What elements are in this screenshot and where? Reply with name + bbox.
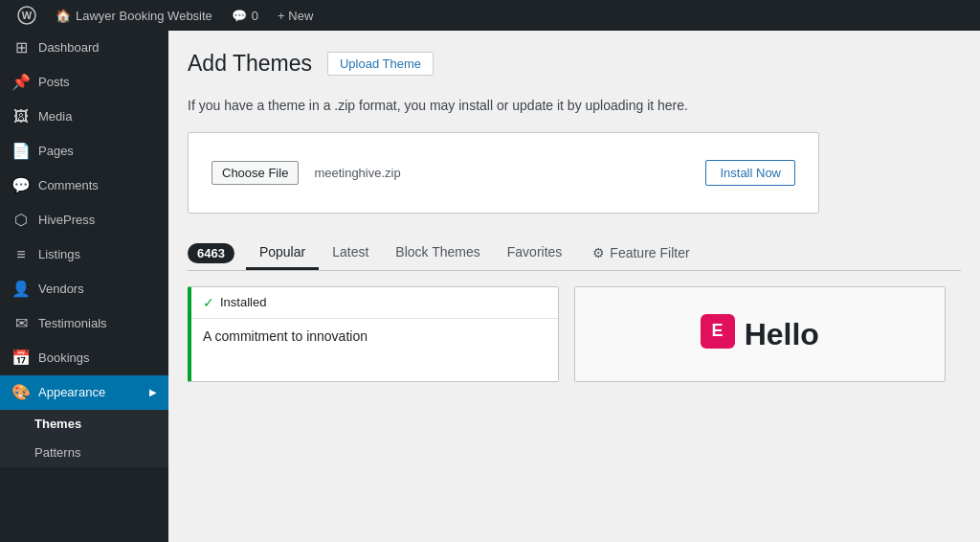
new-link[interactable]: + New: [268, 0, 323, 31]
tab-favorites[interactable]: Favorites: [494, 237, 576, 270]
page-title: Add Themes: [188, 50, 312, 79]
bookings-icon: 📅: [11, 349, 31, 368]
sidebar-item-dashboard[interactable]: ⊞ Dashboard: [0, 31, 168, 65]
sidebar-item-vendors[interactable]: 👤 Vendors: [0, 272, 168, 306]
theme-card-hello[interactable]: E Hello: [574, 286, 946, 382]
tab-feature-filter[interactable]: ⚙ Feature Filter: [579, 237, 702, 268]
testimonials-icon: ✉: [11, 314, 31, 333]
admin-bar: W 🏠 Lawyer Booking Website 💬 0 + New: [0, 0, 980, 31]
theme-card-installed[interactable]: ✓ Installed A commitment to innovation: [188, 286, 559, 382]
site-name: Lawyer Booking Website: [76, 9, 212, 23]
posts-icon: 📌: [11, 73, 31, 92]
gear-icon: ⚙: [592, 245, 605, 260]
sidebar-item-media[interactable]: 🖼 Media: [0, 100, 168, 134]
sidebar-item-label: Listings: [38, 246, 80, 263]
sidebar-item-label: Media: [38, 108, 72, 125]
hello-text: Hello: [745, 319, 819, 350]
sidebar-item-comments[interactable]: 💬 Comments: [0, 169, 168, 203]
sidebar-item-label: Bookings: [38, 350, 89, 367]
file-name: meetinghive.zip: [314, 166, 400, 180]
appearance-icon: 🎨: [11, 383, 31, 402]
content-area: Add Themes Upload Theme If you have a th…: [168, 31, 980, 542]
sidebar-item-posts[interactable]: 📌 Posts: [0, 65, 168, 100]
site-home-icon: 🏠: [56, 9, 71, 23]
sidebar-item-testimonials[interactable]: ✉ Testimonials: [0, 306, 168, 341]
tab-popular[interactable]: Popular: [246, 237, 319, 270]
sidebar-item-label: Testimonials: [38, 315, 107, 332]
sidebar-item-label: Appearance: [38, 384, 105, 401]
tab-block-themes[interactable]: Block Themes: [382, 237, 493, 270]
listings-icon: ≡: [11, 245, 31, 264]
tab-latest[interactable]: Latest: [319, 237, 382, 270]
patterns-label: Patterns: [34, 444, 80, 462]
installed-label: Installed: [220, 295, 266, 309]
sidebar-item-listings[interactable]: ≡ Listings: [0, 237, 168, 272]
theme-description: A commitment to innovation: [203, 328, 368, 344]
comments-icon: 💬: [232, 9, 247, 23]
svg-text:W: W: [22, 10, 33, 21]
vendors-icon: 👤: [11, 280, 31, 299]
theme-card-description: A commitment to innovation: [191, 319, 558, 353]
sidebar-item-label: Comments: [38, 177, 99, 194]
sidebar-item-label: Dashboard: [38, 39, 100, 56]
themes-tabs: 6463 Popular Latest Block Themes Favorit…: [188, 237, 961, 271]
sidebar-item-themes[interactable]: Themes: [0, 410, 168, 439]
comments-count: 0: [252, 9, 258, 23]
sidebar-item-label: Pages: [38, 143, 74, 160]
sidebar-item-label: HivePress: [38, 212, 95, 229]
elementor-badge: E: [701, 314, 735, 349]
page-header: Add Themes Upload Theme: [188, 50, 961, 79]
upload-box: Choose File meetinghive.zip Install Now: [188, 132, 819, 214]
appearance-arrow-icon: ▶: [149, 386, 157, 399]
themes-label: Themes: [34, 416, 81, 433]
sidebar-item-appearance[interactable]: 🎨 Appearance ▶: [0, 375, 168, 410]
feature-filter-label: Feature Filter: [610, 245, 689, 260]
choose-file-button[interactable]: Choose File: [212, 161, 299, 185]
sidebar-item-pages[interactable]: 📄 Pages: [0, 134, 168, 169]
pages-icon: 📄: [11, 142, 31, 161]
elementor-letter: E: [712, 321, 724, 341]
sidebar: ⊞ Dashboard 📌 Posts 🖼 Media 📄 Pages 💬 Co…: [0, 31, 168, 542]
sidebar-item-label: Vendors: [38, 281, 84, 298]
themes-grid: ✓ Installed A commitment to innovation E…: [188, 271, 961, 382]
sidebar-item-bookings[interactable]: 📅 Bookings: [0, 341, 168, 375]
wp-logo-link[interactable]: W: [8, 0, 46, 31]
hivepress-icon: ⬡: [11, 211, 31, 230]
main-layout: ⊞ Dashboard 📌 Posts 🖼 Media 📄 Pages 💬 Co…: [0, 31, 980, 542]
themes-count-badge: 6463: [188, 243, 234, 263]
dashboard-icon: ⊞: [11, 38, 31, 57]
comments-nav-icon: 💬: [11, 176, 31, 195]
sidebar-item-patterns[interactable]: Patterns: [0, 439, 168, 467]
site-name-link[interactable]: 🏠 Lawyer Booking Website: [46, 0, 222, 31]
info-text: If you have a theme in a .zip format, yo…: [188, 98, 961, 113]
upload-theme-button[interactable]: Upload Theme: [327, 52, 434, 76]
check-icon: ✓: [203, 295, 214, 310]
install-now-button[interactable]: Install Now: [705, 160, 795, 186]
media-icon: 🖼: [11, 107, 31, 126]
sidebar-item-hivepress[interactable]: ⬡ HivePress: [0, 203, 168, 237]
sidebar-item-label: Posts: [38, 74, 70, 91]
appearance-submenu: Themes Patterns: [0, 410, 168, 467]
theme-card-right-content: E Hello: [575, 287, 945, 381]
comments-link[interactable]: 💬 0: [222, 0, 268, 31]
new-label: + New: [278, 9, 313, 23]
installed-badge: ✓ Installed: [191, 287, 558, 319]
